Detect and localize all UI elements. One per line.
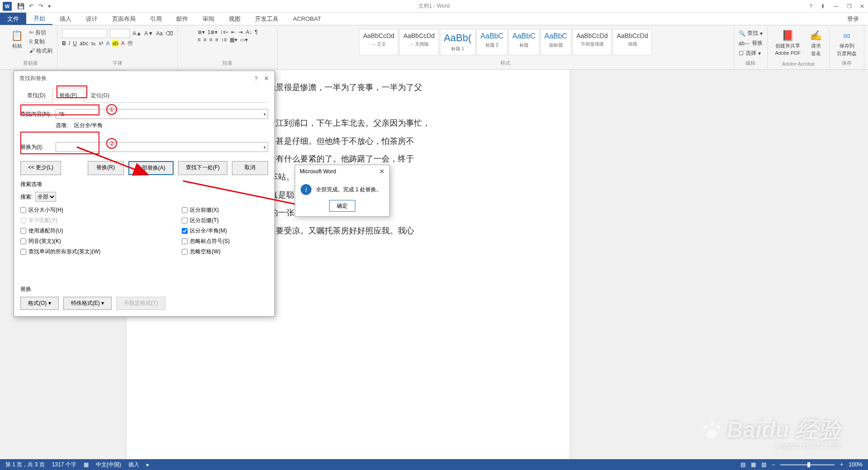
msgbox-close-icon[interactable]: ✕ <box>379 168 385 175</box>
tab-replace[interactable]: 替换(P) <box>52 89 84 103</box>
style-item[interactable]: AaBb(标题 1 <box>440 29 476 55</box>
align-left-icon[interactable]: ≡ <box>198 37 201 43</box>
zoom-in-icon[interactable]: + <box>840 461 843 468</box>
tab-insert[interactable]: 插入 <box>52 13 79 25</box>
login-link[interactable]: 登录 <box>847 15 859 23</box>
view-print-icon[interactable]: ▦ <box>751 461 756 468</box>
style-item[interactable]: AaBbCcDd→ 正文 <box>359 29 398 55</box>
request-sign-button[interactable]: ✍请求签名 <box>807 29 825 58</box>
strike-button[interactable]: abc <box>80 40 88 47</box>
text-effects-icon[interactable]: A <box>106 40 109 47</box>
tab-references[interactable]: 引用 <box>143 13 169 25</box>
tab-home[interactable]: 开始 <box>26 13 52 25</box>
checkbox-option[interactable]: 区分大小写(H) <box>20 206 100 214</box>
undo-icon[interactable]: ↶ <box>29 3 34 9</box>
special-format-button[interactable]: 特殊格式(E) ▾ <box>63 297 112 310</box>
tab-review[interactable]: 审阅 <box>195 13 222 25</box>
find-input[interactable]: ^b <box>56 109 268 119</box>
style-gallery[interactable]: AaBbCcDd→ 正文AaBbCcDd→ 无间隔AaBb(标题 1AaBbC标… <box>359 29 652 55</box>
tab-find[interactable]: 查找(D) <box>20 89 52 103</box>
shading-icon[interactable]: ▦▾ <box>230 37 237 43</box>
grow-font-icon[interactable]: A▲ <box>132 30 142 37</box>
checkbox-option[interactable]: 区分全/半角(M) <box>182 227 230 235</box>
save-icon[interactable]: 💾 <box>17 3 24 9</box>
replace-one-button[interactable]: 替换(R) <box>88 161 124 175</box>
decrease-indent-icon[interactable]: ⇤ <box>231 29 236 35</box>
multilevel-icon[interactable]: ⫶≣▾ <box>220 29 228 35</box>
dialog-close-icon[interactable]: ✕ <box>264 75 269 82</box>
subscript-button[interactable]: x₂ <box>91 40 96 47</box>
search-dir-select[interactable]: 全部 <box>35 192 56 202</box>
status-insert[interactable]: 插入 <box>128 461 139 469</box>
ribbon-display-icon[interactable]: ⬆ <box>821 3 825 9</box>
tab-acrobat[interactable]: ACROBAT <box>286 13 328 25</box>
find-button[interactable]: 🔍 查找 ▾ <box>739 29 763 38</box>
select-button[interactable]: ☐ 选择 ▾ <box>739 49 763 57</box>
tab-design[interactable]: 设计 <box>79 13 105 25</box>
style-item[interactable]: AaBbC标题 2 <box>476 29 508 55</box>
bullets-icon[interactable]: ≣▾ <box>198 29 205 35</box>
status-lang[interactable]: 中文(中国) <box>96 461 121 469</box>
font-family-input[interactable] <box>62 29 107 38</box>
line-spacing-icon[interactable]: ↕≡ <box>221 37 227 43</box>
zoom-out-icon[interactable]: − <box>772 461 775 468</box>
replace-all-button[interactable]: 全部替换(A) <box>128 161 174 175</box>
style-item[interactable]: AaBbCcDd不明显强调 <box>572 29 612 55</box>
save-baidu-button[interactable]: ∞保存到百度网盘 <box>834 29 859 58</box>
status-macro-icon[interactable]: ▸ <box>146 461 149 468</box>
close-icon[interactable]: ✕ <box>860 3 864 9</box>
cut-button[interactable]: ✄ 剪切 <box>29 29 52 37</box>
style-item[interactable]: AaBbC标题 <box>509 29 540 55</box>
paste-button[interactable]: 📋粘贴 <box>8 29 26 50</box>
help-icon[interactable]: ? <box>809 3 812 9</box>
style-item[interactable]: AaBbCcDd→ 无间隔 <box>399 29 439 55</box>
align-justify-icon[interactable]: ≡ <box>215 37 218 43</box>
style-item[interactable]: AaBbCcDd强调 <box>613 29 652 55</box>
superscript-button[interactable]: x² <box>99 40 103 47</box>
italic-button[interactable]: I <box>69 40 70 47</box>
status-page[interactable]: 第 1 页，共 3 页 <box>5 461 45 469</box>
enclose-char-icon[interactable]: ㉄ <box>127 39 133 47</box>
msgbox-ok-button[interactable]: 确定 <box>329 200 355 212</box>
tab-view[interactable]: 视图 <box>222 13 248 25</box>
status-lang-icon[interactable]: ▦ <box>84 461 89 468</box>
dialog-help-icon[interactable]: ? <box>255 75 258 82</box>
checkbox-option[interactable]: 忽略标点符号(S) <box>182 237 230 245</box>
replace-input[interactable] <box>56 142 268 152</box>
format-painter-button[interactable]: 🖌 格式刷 <box>29 47 52 55</box>
sort-icon[interactable]: A↓ <box>245 29 252 35</box>
maximize-icon[interactable]: ❐ <box>847 3 852 9</box>
replace-button[interactable]: ab↔ 替换 <box>739 39 763 47</box>
borders-icon[interactable]: ▭▾ <box>240 37 248 43</box>
tab-layout[interactable]: 页面布局 <box>105 13 143 25</box>
qat-dropdown-icon[interactable]: ▾ <box>48 3 51 9</box>
align-center-icon[interactable]: ≡ <box>203 37 207 43</box>
shrink-font-icon[interactable]: A▼ <box>144 30 153 37</box>
checkbox-option[interactable]: 使用通配符(U) <box>20 227 100 235</box>
zoom-level[interactable]: 100% <box>849 461 863 468</box>
zoom-slider[interactable] <box>780 464 835 465</box>
checkbox-option[interactable]: 区分后缀(T) <box>182 217 230 224</box>
checkbox-option[interactable]: 区分前缀(X) <box>182 206 230 214</box>
numbering-icon[interactable]: 1≣▾ <box>208 29 218 35</box>
highlight-icon[interactable]: ab <box>112 40 118 47</box>
change-case-icon[interactable]: Aa <box>156 30 163 37</box>
minimize-icon[interactable]: — <box>833 3 839 9</box>
style-item[interactable]: AaBbC副标题 <box>540 29 571 55</box>
checkbox-option[interactable]: 同音(英文)(K) <box>20 237 100 245</box>
font-size-input[interactable] <box>110 29 130 38</box>
tab-mailings[interactable]: 邮件 <box>169 13 195 25</box>
bold-button[interactable]: B <box>62 40 66 47</box>
cancel-button[interactable]: 取消 <box>232 161 268 175</box>
view-read-icon[interactable]: ▤ <box>741 461 745 468</box>
align-right-icon[interactable]: ≡ <box>209 37 212 43</box>
clear-format-icon[interactable]: ⌫ <box>165 30 173 37</box>
find-next-button[interactable]: 查找下一处(F) <box>178 161 227 175</box>
checkbox-option[interactable]: 查找单词的所有形式(英文)(W) <box>20 248 100 256</box>
format-button[interactable]: 格式(O) ▾ <box>20 297 59 310</box>
tab-file[interactable]: 文件 <box>0 13 26 25</box>
show-marks-icon[interactable]: ¶ <box>255 29 257 35</box>
redo-icon[interactable]: ↷ <box>38 3 43 9</box>
tab-goto[interactable]: 定位(G) <box>84 89 116 103</box>
checkbox-option[interactable]: 忽略空格(W) <box>182 248 230 256</box>
